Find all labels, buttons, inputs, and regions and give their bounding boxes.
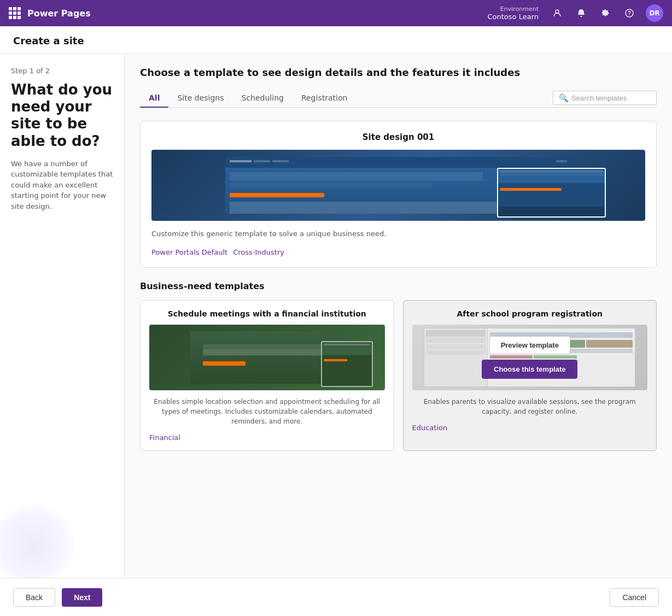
- financial-card[interactable]: Schedule meetings with a financial insti…: [140, 300, 394, 451]
- tag-education[interactable]: Education: [412, 424, 448, 432]
- help-icon-button[interactable]: ?: [622, 5, 637, 21]
- step-label: Step 1 of 2: [11, 67, 113, 75]
- page-title: Create a site: [13, 35, 659, 53]
- preview-template-button[interactable]: Preview template: [489, 336, 570, 354]
- tag-cross-industry[interactable]: Cross-Industry: [233, 248, 284, 256]
- user-avatar[interactable]: DR: [646, 4, 663, 22]
- fin-desktop-preview: [190, 331, 343, 384]
- top-navigation: Power Pages Environment Contoso Learn ?: [0, 0, 672, 26]
- tab-site-designs[interactable]: Site designs: [168, 89, 232, 108]
- fin-cta: [203, 361, 246, 366]
- app-title: Power Pages: [27, 8, 481, 19]
- education-preview: Preview template Choose this template: [412, 325, 648, 390]
- education-card[interactable]: After school program registration: [403, 300, 657, 451]
- content-area: Choose a template to see design details …: [125, 54, 672, 578]
- tabs-container: All Site designs Scheduling Registration: [140, 89, 553, 107]
- education-tags: Education: [412, 423, 648, 432]
- site-design-card[interactable]: Site design 001: [140, 121, 657, 268]
- financial-desc: Enables simple location selection and ap…: [149, 397, 385, 426]
- site-design-tags: Power Portals Default Cross-Industry: [151, 248, 645, 256]
- environment-selector[interactable]: Environment Contoso Learn: [487, 5, 539, 21]
- step-question: What do you need your site to be able to…: [11, 81, 113, 150]
- tag-power-portals[interactable]: Power Portals Default: [151, 248, 227, 256]
- main-layout: Step 1 of 2 What do you need your site t…: [0, 54, 672, 578]
- preview-mobile: [497, 168, 606, 218]
- step-description: We have a number of customizable templat…: [11, 159, 113, 212]
- tab-scheduling[interactable]: Scheduling: [233, 89, 293, 108]
- content-title: Choose a template to see design details …: [140, 67, 657, 78]
- education-title: After school program registration: [412, 309, 648, 318]
- bell-icon-button[interactable]: [574, 5, 589, 21]
- next-button[interactable]: Next: [62, 588, 102, 607]
- choose-template-button[interactable]: Choose this template: [482, 360, 577, 379]
- nav-icons: ? DR: [550, 4, 663, 22]
- back-button[interactable]: Back: [13, 588, 55, 607]
- page-header: Create a site: [0, 26, 672, 54]
- search-input[interactable]: [571, 94, 651, 102]
- education-desc: Enables parents to visualize available s…: [412, 397, 648, 416]
- sidebar: Step 1 of 2 What do you need your site t…: [0, 54, 125, 578]
- sidebar-decoration: [0, 501, 77, 578]
- financial-preview: [149, 325, 385, 390]
- tag-financial[interactable]: Financial: [149, 433, 180, 442]
- gear-icon-button[interactable]: [598, 5, 613, 21]
- hover-overlay: Preview template Choose this template: [412, 325, 648, 390]
- site-design-desc: Customize this generic template to solve…: [151, 228, 645, 239]
- financial-tags: Financial: [149, 433, 385, 442]
- search-icon: 🔍: [559, 93, 568, 102]
- search-box[interactable]: 🔍: [553, 91, 657, 105]
- business-section-label: Business-need templates: [140, 281, 657, 291]
- env-label: Environment: [500, 5, 539, 13]
- tab-all[interactable]: All: [140, 89, 168, 108]
- cancel-button[interactable]: Cancel: [610, 588, 659, 607]
- footer: Back Next Cancel: [0, 578, 672, 616]
- tab-registration[interactable]: Registration: [293, 89, 356, 108]
- fin-mobile-preview: [321, 341, 373, 387]
- env-name: Contoso Learn: [487, 13, 539, 21]
- business-cards-grid: Schedule meetings with a financial insti…: [140, 300, 657, 451]
- tabs-search-row: All Site designs Scheduling Registration…: [140, 89, 657, 108]
- site-design-preview: Introduction section Create a short para…: [151, 150, 645, 221]
- site-design-title: Site design 001: [151, 132, 645, 142]
- person-icon-button[interactable]: [550, 5, 565, 21]
- svg-text:?: ?: [628, 10, 631, 16]
- app-menu-icon[interactable]: [9, 7, 21, 19]
- svg-point-0: [556, 10, 559, 13]
- financial-title: Schedule meetings with a financial insti…: [149, 309, 385, 318]
- footer-left: Back Next: [13, 588, 102, 607]
